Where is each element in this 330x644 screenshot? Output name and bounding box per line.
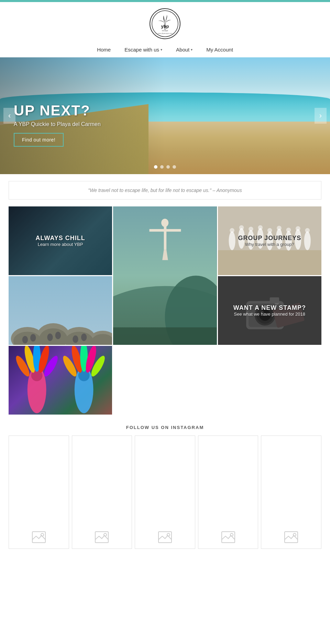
instagram-placeholder-1: [32, 531, 46, 543]
grid-new-stamp[interactable]: WANT A NEW STAMP? See what we have plann…: [218, 276, 321, 345]
svg-text:escape: escape: [162, 30, 168, 32]
content-grid: ALWAYS CHILL Learn more about YBP: [9, 206, 321, 415]
svg-rect-9: [164, 224, 167, 250]
instagram-item-4[interactable]: [198, 436, 258, 549]
instagram-item-3[interactable]: [135, 436, 195, 549]
hero-dots: [154, 165, 176, 169]
nav-home[interactable]: Home: [97, 47, 111, 53]
broken-image-icon-4: [221, 531, 235, 543]
grid-carnival[interactable]: [9, 346, 112, 415]
grid-architecture[interactable]: [9, 276, 112, 345]
hero-dot-2[interactable]: [160, 165, 164, 169]
instagram-item-5[interactable]: [261, 436, 321, 549]
instagram-placeholder-3: [158, 531, 172, 543]
hero-next-button[interactable]: ›: [315, 108, 327, 124]
broken-image-icon-2: [95, 531, 109, 543]
instagram-title: FOLLOW US ON INSTAGRAM: [9, 425, 321, 430]
architecture-bg: [9, 276, 112, 345]
instagram-grid: [9, 436, 321, 549]
hero-subtitle: A YBP Quickie to Playa del Carmen: [14, 121, 101, 127]
instagram-item-1[interactable]: [9, 436, 69, 549]
broken-image-icon-1: [32, 531, 46, 543]
svg-text:ybp: ybp: [161, 24, 169, 29]
svg-point-45: [55, 332, 61, 339]
grid-group-journeys[interactable]: GROUP JOURNEYS Why travel with a group?: [218, 206, 321, 275]
svg-rect-58: [9, 346, 112, 415]
svg-point-47: [81, 334, 87, 341]
rio-svg: [113, 206, 217, 345]
grid-rio[interactable]: [113, 206, 217, 345]
instagram-placeholder-4: [221, 531, 235, 543]
svg-point-46: [73, 336, 78, 343]
instagram-section: FOLLOW US ON INSTAGRAM: [9, 425, 321, 549]
carnival-bg: [9, 346, 112, 415]
svg-point-43: [30, 334, 36, 341]
stamp-content: WANT A NEW STAMP? See what we have plann…: [218, 299, 321, 322]
always-chill-sub: Learn more about YBP: [14, 242, 107, 247]
site-logo[interactable]: ybp escape www.ybpescape.com: [150, 8, 180, 39]
broken-image-icon-5: [284, 531, 298, 543]
quote-text: "We travel not to escape life, but for l…: [19, 188, 311, 193]
nav-account[interactable]: My Account: [206, 47, 233, 53]
group-journeys-title: GROUP JOURNEYS: [223, 235, 316, 242]
about-dropdown-arrow: ▾: [191, 48, 192, 52]
always-chill-title: ALWAYS CHILL: [14, 235, 107, 242]
svg-point-11: [161, 219, 168, 227]
hero-title: UP NEXT?: [14, 103, 101, 118]
stamp-sub: See what we have planned for 2018: [223, 312, 316, 317]
hero-cta-button[interactable]: Find out more!: [14, 133, 64, 147]
hero-content: UP NEXT? A YBP Quickie to Playa del Carm…: [14, 103, 101, 147]
hero-prev-button[interactable]: ‹: [3, 108, 15, 124]
group-journeys-content: GROUP JOURNEYS Why travel with a group?: [218, 229, 321, 252]
nav-escape[interactable]: Escape with us ▾: [124, 47, 162, 53]
group-journeys-sub: Why travel with a group?: [223, 242, 316, 247]
instagram-item-2[interactable]: [72, 436, 132, 549]
escape-dropdown-arrow: ▾: [161, 48, 162, 52]
logo-svg: ybp escape www.ybpescape.com: [151, 10, 179, 37]
rio-bg: [113, 206, 217, 345]
hero-dot-3[interactable]: [166, 165, 170, 169]
svg-point-42: [22, 336, 28, 343]
grid-always-chill[interactable]: ALWAYS CHILL Learn more about YBP: [9, 206, 112, 275]
svg-point-44: [47, 334, 53, 341]
arch-svg: [9, 276, 112, 345]
quote-section: "We travel not to escape life, but for l…: [9, 181, 321, 200]
carnival-svg: [9, 346, 112, 415]
hero-dot-1[interactable]: [154, 165, 157, 169]
header: ybp escape www.ybpescape.com: [0, 2, 330, 43]
nav-about[interactable]: About ▾: [176, 47, 192, 53]
main-nav: Home Escape with us ▾ About ▾ My Account: [0, 43, 330, 57]
svg-rect-10: [150, 229, 181, 232]
instagram-placeholder-5: [284, 531, 298, 543]
stamp-title: WANT A NEW STAMP?: [223, 304, 316, 312]
hero-slider: UP NEXT? A YBP Quickie to Playa del Carm…: [0, 57, 330, 174]
svg-text:www.ybpescape.com: www.ybpescape.com: [158, 33, 173, 34]
svg-rect-14: [218, 250, 321, 275]
always-chill-content: ALWAYS CHILL Learn more about YBP: [9, 229, 112, 252]
svg-rect-8: [113, 327, 217, 345]
instagram-placeholder-2: [95, 531, 109, 543]
broken-image-icon-3: [158, 531, 172, 543]
hero-dot-4[interactable]: [173, 165, 176, 169]
